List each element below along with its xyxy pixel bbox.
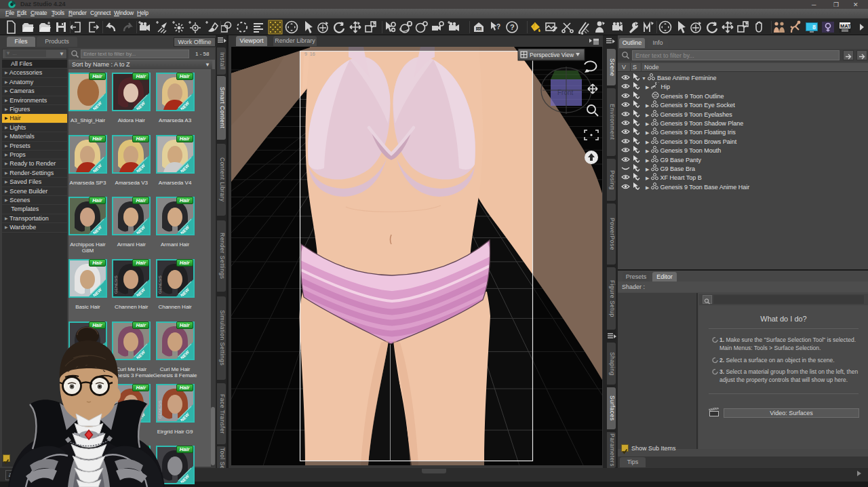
svg-text:Perspective View: Perspective View [530, 52, 574, 58]
svg-text:9 16: 9 16 [304, 52, 315, 56]
svg-text:?: ? [510, 23, 515, 31]
svg-text:?: ? [496, 23, 500, 31]
svg-text:8: 8 [812, 24, 816, 31]
svg-text:GENESIS: GENESIS [114, 275, 118, 294]
svg-text:GENESIS: GENESIS [158, 275, 162, 294]
svg-text:DS: DS [477, 27, 482, 31]
svg-text:MAT: MAT [840, 23, 851, 29]
